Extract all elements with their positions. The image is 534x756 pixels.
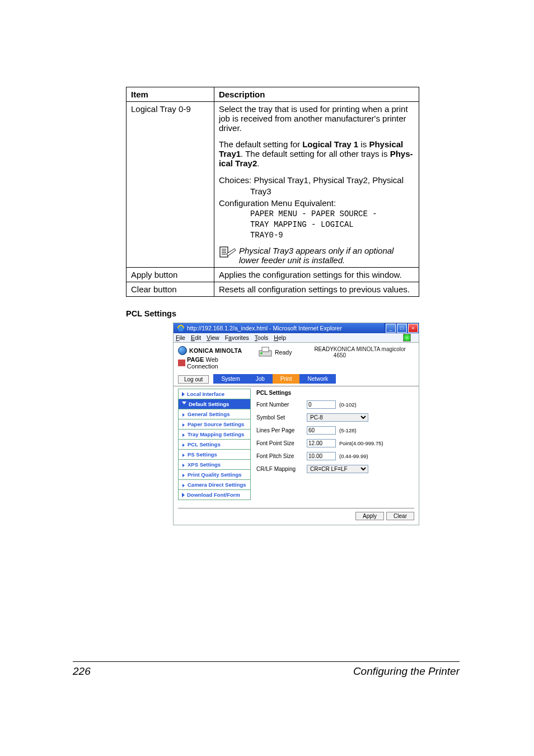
ie-icon <box>177 324 185 332</box>
brand-logo: KONICA MINOLTA <box>178 346 247 355</box>
page-footer: 226 Configuring the Printer <box>73 661 460 678</box>
tab-print[interactable]: Print <box>273 374 300 384</box>
page-number: 226 <box>73 665 91 678</box>
nav-ps-settings[interactable]: PS Settings <box>178 449 251 459</box>
cell-desc: Select the tray that is used for printin… <box>214 102 419 268</box>
window-buttons[interactable]: _ □ × <box>384 323 419 333</box>
printer-icon <box>258 346 273 358</box>
para: The default setting for Logical Tray 1 i… <box>219 139 414 168</box>
nav-tray-mapping-settings[interactable]: Tray Mapping Settings <box>178 429 251 439</box>
cell-item: Clear button <box>127 282 214 297</box>
font-pitch-size-input[interactable] <box>307 452 336 460</box>
note: Physical Tray3 appears only if an option… <box>219 246 414 265</box>
minimize-icon: _ <box>386 324 396 333</box>
font-number-input[interactable] <box>307 400 336 409</box>
row-crlf-mapping: CR/LF Mapping CR=CR LF=LF <box>256 463 414 475</box>
form-footer: ApplyClear <box>178 508 414 520</box>
nav-general-settings[interactable]: General Settings <box>178 409 251 419</box>
tab-job[interactable]: Job <box>248 374 273 384</box>
section-heading: PCL Settings <box>126 309 419 318</box>
printer-status: Ready <box>258 346 292 358</box>
symbol-set-select[interactable]: PC-8 <box>307 413 368 422</box>
row-font-point-size: Font Point Size Point(4.00-999.75) <box>256 437 414 450</box>
nav-camera-direct-settings[interactable]: Camera Direct Settings <box>178 479 251 489</box>
nav-local-interface[interactable]: Local Interface <box>178 389 251 399</box>
svg-rect-7 <box>262 347 269 352</box>
row-font-number: Font Number (0-102) <box>256 398 414 411</box>
form-title: PCL Settings <box>256 390 414 396</box>
col-header-desc: Description <box>214 87 419 102</box>
table-row: Clear button Resets all configuration se… <box>127 282 419 297</box>
para: Select the tray that is used for printin… <box>219 104 414 133</box>
pagescope-icon <box>178 360 185 366</box>
tray-mapping-table: Item Description Logical Tray 0-9 Select… <box>126 87 419 297</box>
row-font-pitch-size: Font Pitch Size (0.44-99.99) <box>256 450 414 463</box>
maximize-icon: □ <box>397 324 407 333</box>
menu-fav: Favorites <box>225 334 249 341</box>
tab-bar: SystemJobPrintNetwork <box>213 374 336 384</box>
go-icon[interactable] <box>403 334 411 342</box>
menu-help: Help <box>274 334 286 341</box>
status-big: READY <box>314 346 333 352</box>
browser-menubar[interactable]: File Edit View Favorites Tools Help <box>173 333 419 343</box>
crlf-mapping-select[interactable]: CR=CR LF=LF <box>307 465 368 473</box>
table-row: Logical Tray 0-9 Select the tray that is… <box>127 102 419 268</box>
menu-file: File <box>176 334 185 341</box>
apply-button[interactable]: Apply <box>355 512 384 520</box>
logout-button[interactable]: Log out <box>178 375 209 384</box>
side-nav: Local Interface Default Settings General… <box>178 389 251 500</box>
svg-point-8 <box>260 352 263 354</box>
note-icon <box>219 246 236 260</box>
km-globe-icon <box>178 346 187 355</box>
table-row: Apply button Applies the configuration s… <box>127 268 419 282</box>
cell-item: Logical Tray 0-9 <box>127 102 214 268</box>
nav-pcl-settings[interactable]: PCL Settings <box>178 439 251 449</box>
tab-system[interactable]: System <box>213 374 247 384</box>
clear-button[interactable]: Clear <box>386 512 414 520</box>
nav-download-font[interactable]: Download Font/Form <box>178 489 251 500</box>
device-name: KONICA MINOLTA magicolor 4650 <box>334 346 414 358</box>
menu-edit: Edit <box>191 334 201 341</box>
cell-item: Apply button <box>127 268 214 282</box>
pagescope-logo: PAGE Web Connection <box>178 356 247 370</box>
embedded-screenshot: http://192.168.1.2/a_index.html - Micros… <box>173 323 419 524</box>
row-symbol-set: Symbol Set PC-8 <box>256 411 414 424</box>
footer-text: Configuring the Printer <box>353 665 460 678</box>
choices-block: Choices: Physical Tray1, Physical Tray2,… <box>219 175 414 240</box>
cell-desc: Resets all configuration settings to pre… <box>214 282 419 297</box>
close-icon: × <box>408 324 418 333</box>
window-title: http://192.168.1.2/a_index.html - Micros… <box>187 325 342 332</box>
nav-paper-source-settings[interactable]: Paper Source Settings <box>178 419 251 429</box>
nav-print-quality-settings[interactable]: Print Quality Settings <box>178 469 251 479</box>
nav-default-settings[interactable]: Default Settings <box>178 399 251 409</box>
form-area: PCL Settings Font Number (0-102) Symbol … <box>251 389 414 500</box>
cell-desc: Applies the configuration settings for t… <box>214 268 419 282</box>
menu-tools: Tools <box>255 334 269 341</box>
svg-rect-0 <box>220 247 228 257</box>
font-point-size-input[interactable] <box>307 439 336 447</box>
nav-xps-settings[interactable]: XPS Settings <box>178 459 251 469</box>
row-lines-per-page: Lines Per Page (5-128) <box>256 424 414 437</box>
tab-network[interactable]: Network <box>299 374 336 384</box>
lines-per-page-input[interactable] <box>307 426 336 435</box>
col-header-item: Item <box>127 87 214 102</box>
menu-view: View <box>207 334 219 341</box>
